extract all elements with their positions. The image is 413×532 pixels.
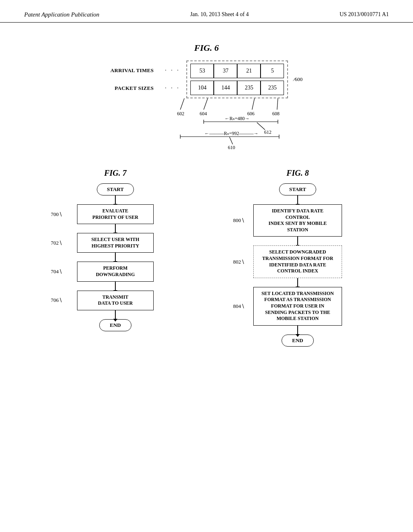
flowcharts-section: FIG. 7 START 700∖ EVALUATEPRIORITY OF US… [24,168,389,347]
fig7-arrow-3 [115,282,116,291]
fig8-arrow-2 [297,278,298,287]
fig8-step-802-num: 802∖ [233,259,244,265]
header-center: Jan. 10, 2013 Sheet 4 of 4 [190,11,248,18]
svg-text:604: 604 [200,111,207,116]
fig7-arrow-4 [115,310,116,319]
header-left: Patent Application Publication [24,11,99,18]
patent-number-label: US 2013/0010771 A1 [340,11,389,17]
fig7-step-704-num: 704∖ [51,268,62,275]
main-content: FIG. 6 ARRIVAL TIMES PACKET SIZES · · · … [0,23,413,359]
svg-line-6 [277,98,278,110]
fig7-arrow-1 [115,224,116,233]
fig7-step-706-row: 706∖ TRANSMITDATA TO USER [47,291,184,310]
fig8-step-802: SELECT DOWNGRADED TRANSMISSION FORMAT FO… [253,245,342,278]
fig7-arrow-0 [115,195,116,204]
svg-line-18 [229,137,233,144]
arrival-dots: · · · [165,63,180,78]
arrival-times-label: ARRIVAL TIMES [111,63,157,78]
cell-104: 104 [190,81,214,95]
fig8-step-800-row: 800∖ IDENTIFY DATA RATE CONTROLINDEX SEN… [229,204,366,237]
svg-text:602: 602 [177,111,184,116]
svg-text:610: 610 [228,145,235,150]
fig8-step-804: SET LOCATED TRANSMISSION FORMAT AS TRANS… [253,287,342,326]
fig7-step-700: EVALUATEPRIORITY OF USER [77,204,154,224]
fig7-step-700-num: 700∖ [51,211,62,218]
cell-21: 21 [237,64,261,78]
fig8-arrow-0 [297,195,298,204]
svg-line-4 [252,98,254,110]
fig8-step-800-num: 800∖ [233,217,244,224]
fig8-flowchart: FIG. 8 START 800∖ IDENTIFY DATA RATE CON… [229,168,366,347]
fig6-dashed-border: 53 37 21 5 104 144 235 235 [186,60,288,98]
fig8-step-800: IDENTIFY DATA RATE CONTROLINDEX SENT BY … [253,204,342,237]
packet-sizes-row: 104 144 235 235 [190,81,284,95]
cell-5: 5 [261,64,284,78]
fig7-step-702-num: 702∖ [51,240,62,246]
cell-144: 144 [214,81,237,95]
fig8-arrow-3 [297,326,298,335]
fig6-annotations: 602 604 606 608 ←Rₙ=480→ [144,98,330,152]
fig7-step-702: SELECT USER WITHHIGHEST PRIORITY [77,233,154,253]
fig8-start: START [279,183,316,195]
svg-line-12 [257,123,265,130]
cell-37: 37 [214,64,237,78]
packet-sizes-label: PACKET SIZES [115,81,157,96]
cell-235b: 235 [261,81,284,95]
svg-line-0 [180,98,184,110]
fig7-step-702-row: 702∖ SELECT USER WITHHIGHEST PRIORITY [47,233,184,253]
fig7-step-704: PERFORMDOWNGRADING [77,262,154,281]
fig6-annotation-svg: 602 604 606 608 ←Rₙ=480→ [144,98,330,151]
fig7-step-704-row: 704∖ PERFORMDOWNGRADING [47,262,184,281]
header-right: US 2013/0010771 A1 [340,11,389,18]
fig6-left-labels: ARRIVAL TIMES PACKET SIZES [111,63,157,96]
svg-text:←Rₙ=480→: ←Rₙ=480→ [225,116,250,121]
fig8-step-804-row: 804∖ SET LOCATED TRANSMISSION FORMAT AS … [229,287,366,326]
fig7-arrow-2 [115,253,116,262]
fig7-step-706-num: 706∖ [51,297,62,303]
fig7-flowchart: FIG. 7 START 700∖ EVALUATEPRIORITY OF US… [47,168,184,331]
fig6-600-label: ∕600 [294,76,302,83]
cell-53: 53 [190,64,214,78]
date-sheet-label: Jan. 10, 2013 Sheet 4 of 4 [190,11,248,17]
fig8-step-804-num: 804∖ [233,303,244,310]
fig8-step-802-row: 802∖ SELECT DOWNGRADED TRANSMISSION FORM… [229,245,366,278]
page-header: Patent Application Publication Jan. 10, … [0,0,413,23]
svg-text:612: 612 [264,129,271,135]
fig8-arrow-1 [297,237,298,245]
svg-text:608: 608 [272,111,280,116]
fig6-full: ARRIVAL TIMES PACKET SIZES · · · · · · 5… [24,60,389,152]
packet-dots: · · · [165,81,180,96]
fig7-start: START [97,183,134,195]
arrival-times-row: 53 37 21 5 [190,64,284,78]
fig7-step-700-row: 700∖ EVALUATEPRIORITY OF USER [47,204,184,224]
fig7-title: FIG. 7 [104,168,127,178]
fig7-step-706: TRANSMITDATA TO USER [77,291,154,310]
cell-235a: 235 [237,81,261,95]
fig8-title: FIG. 8 [286,168,309,178]
fig6-dots: · · · · · · [165,63,180,96]
svg-text:←———Rₙ=992———→: ←———Rₙ=992———→ [204,131,259,136]
fig6-section: FIG. 6 ARRIVAL TIMES PACKET SIZES · · · … [24,43,389,152]
publication-label: Patent Application Publication [24,11,99,18]
fig6-title: FIG. 6 [24,43,389,53]
svg-line-2 [204,98,208,110]
